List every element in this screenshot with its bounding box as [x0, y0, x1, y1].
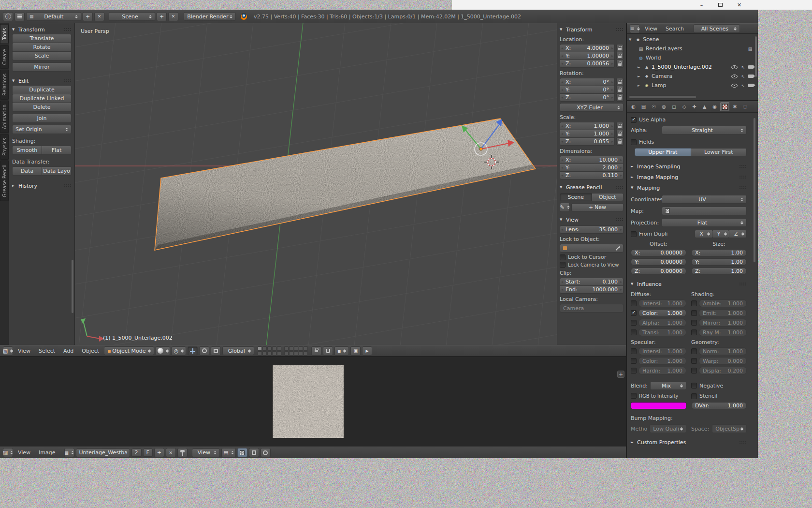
location-x-field[interactable]: X:4.00000	[560, 44, 615, 52]
viewport-shading-button[interactable]	[156, 346, 170, 356]
lock-rotation-y[interactable]	[616, 86, 624, 94]
diffuse-translucency-checkbox[interactable]	[631, 329, 637, 335]
axis-x-select[interactable]: X	[695, 230, 712, 238]
panel-view[interactable]: ▼ View	[560, 215, 624, 224]
specular-intensity-slider[interactable]: Intensi:1.000	[638, 347, 686, 355]
fields-checkbox[interactable]	[631, 139, 637, 145]
add-scene-button[interactable]: +	[157, 12, 167, 21]
axis-z-select[interactable]: Z	[729, 230, 747, 238]
image-editor[interactable]: + ▨ View Image ▦ Unterlage_Westbah... 2 …	[0, 357, 626, 458]
clip-end-field[interactable]: End:1000.000	[560, 285, 624, 294]
dimensions-z-field[interactable]: Z:0.110	[560, 171, 624, 179]
editor-type-button[interactable]: i	[3, 12, 13, 21]
tab-animation[interactable]: Animation	[0, 101, 9, 133]
geometry-displace-slider[interactable]: Displa:0.200	[699, 367, 747, 374]
gp-scene-toggle[interactable]: Scene	[560, 193, 592, 201]
tab-grease-pencil[interactable]: Grease Pencil	[0, 161, 9, 201]
lock-location-x[interactable]	[616, 44, 624, 52]
specular-intensity-checkbox[interactable]	[631, 348, 637, 354]
menu-view[interactable]: View	[14, 447, 34, 458]
lock-location-y[interactable]	[616, 52, 624, 60]
dvar-slider[interactable]: DVar:1.000	[691, 402, 747, 409]
specular-color-checkbox[interactable]	[631, 358, 637, 364]
projection-select[interactable]: Flat	[662, 218, 747, 227]
outliner-row-camera[interactable]: ► ◆ Camera ↖	[638, 72, 756, 81]
restrict-view-icon[interactable]	[731, 75, 738, 78]
duplicate-button[interactable]: Duplicate	[12, 85, 72, 94]
scale-y-field[interactable]: Y:1.000	[560, 130, 615, 138]
editor-type-button[interactable]: ▨	[3, 448, 13, 457]
tab-material[interactable]: ◉	[710, 102, 719, 111]
region-expand-button[interactable]: +	[617, 371, 624, 378]
orientation-select[interactable]: Global	[222, 346, 254, 355]
outliner-hscrollbar[interactable]	[629, 95, 696, 99]
scale-button[interactable]: Scale	[12, 51, 72, 60]
geometry-warp-checkbox[interactable]	[691, 358, 697, 364]
diffuse-color-checkbox[interactable]	[631, 310, 637, 316]
join-button[interactable]: Join	[12, 114, 72, 123]
panel-grease-pencil[interactable]: ▼ Grease Pencil	[560, 183, 624, 192]
toolshelf-scrollbar[interactable]	[71, 259, 74, 314]
panel-history[interactable]: ► History	[12, 181, 72, 190]
new-image-button[interactable]: +	[154, 448, 164, 457]
gp-draw-dropdown[interactable]: ✎	[560, 203, 570, 212]
rgb-to-intensity-checkbox[interactable]	[631, 393, 637, 399]
lock-object-field[interactable]	[560, 244, 624, 253]
delete-layout-button[interactable]: ✕	[94, 12, 104, 21]
diffuse-alpha-slider[interactable]: Alpha:1.000	[638, 319, 686, 327]
lens-field[interactable]: Lens:35.000	[560, 225, 624, 234]
diffuse-alpha-checkbox[interactable]	[631, 320, 637, 326]
from-dupli-checkbox[interactable]	[631, 231, 637, 237]
panel-image-sampling[interactable]: ►Image Sampling	[631, 162, 747, 171]
render-engine-select[interactable]: Blender Render	[184, 12, 236, 21]
rotation-x-field[interactable]: X:0°	[560, 78, 615, 86]
offset-y-field[interactable]: Y:0.00000	[631, 258, 686, 266]
panel-grip-icon[interactable]	[739, 164, 747, 168]
tab-object[interactable]: ◻	[669, 102, 679, 111]
rotate-button[interactable]: Rotate	[12, 43, 72, 52]
restrict-select-icon[interactable]: ↖	[741, 83, 745, 88]
size-x-field[interactable]: X:1.00	[691, 249, 747, 256]
shading-emit-slider[interactable]: Emit:1.000	[699, 309, 747, 317]
bump-method-select[interactable]: Low Quali	[650, 424, 686, 433]
editor-type-button[interactable]: ▧	[3, 346, 13, 356]
expand-caret-icon[interactable]: ►	[638, 84, 642, 88]
scene-selector[interactable]: Scene	[109, 12, 155, 21]
browse-image-button[interactable]: ▦	[64, 448, 74, 457]
expand-caret-icon[interactable]: ►	[638, 65, 642, 69]
menu-object[interactable]: Object	[78, 345, 102, 356]
restrict-select-icon[interactable]: ↖	[741, 65, 745, 70]
outliner-filter-select[interactable]: All Scenes	[694, 24, 740, 33]
expand-caret-icon[interactable]: ▼	[629, 38, 633, 42]
location-z-field[interactable]: Z:0.00056	[560, 60, 615, 68]
add-layout-button[interactable]: +	[83, 12, 93, 21]
upper-first-toggle[interactable]: Upper First	[635, 148, 691, 156]
panel-grip-icon[interactable]	[739, 175, 747, 179]
set-origin-dropdown[interactable]: Set Origin	[12, 125, 72, 134]
screen-layout-selector[interactable]: ▦ Default	[26, 12, 81, 21]
lock-to-cursor-checkbox[interactable]	[560, 254, 566, 260]
panel-grip-icon[interactable]	[739, 440, 747, 444]
minimize-button[interactable]: –	[692, 0, 711, 10]
tab-world[interactable]: ◍	[659, 102, 668, 111]
gp-new-button[interactable]: +New	[571, 203, 624, 211]
mode-select[interactable]: ▪ Object Mode	[104, 346, 154, 355]
restrict-select-icon[interactable]: ↖	[741, 74, 745, 79]
lock-scale-x[interactable]	[616, 122, 624, 130]
panel-grip-icon[interactable]	[616, 28, 624, 31]
gp-object-toggle[interactable]: Object	[592, 193, 624, 201]
size-z-field[interactable]: Z:1.00	[691, 268, 747, 275]
smooth-button[interactable]: Smooth	[12, 146, 42, 155]
pivot-select[interactable]: View	[192, 448, 220, 457]
data-layout-button[interactable]: Data Layo	[42, 166, 72, 176]
axis-y-select[interactable]: Y	[712, 230, 730, 238]
texture-image[interactable]	[272, 365, 344, 438]
shading-ambient-checkbox[interactable]	[691, 300, 697, 306]
eyedropper-icon[interactable]	[615, 246, 620, 251]
diffuse-intensity-checkbox[interactable]	[631, 300, 637, 306]
lock-scale-y[interactable]	[616, 130, 624, 138]
lock-scale-z[interactable]	[616, 137, 624, 146]
mask-mode-toggle[interactable]	[261, 448, 271, 457]
coordinates-select[interactable]: UV	[662, 195, 747, 204]
tab-physics[interactable]: Physics	[0, 134, 9, 160]
